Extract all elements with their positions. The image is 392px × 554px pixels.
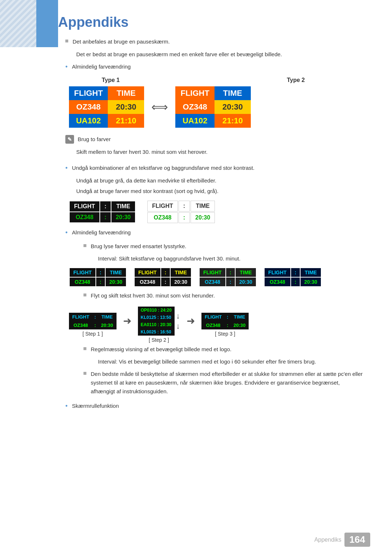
table-row: OP0310 : 24:20 xyxy=(138,307,175,314)
bullet2-text: Undgå kombinationer af en tekstfarve og … xyxy=(72,164,254,172)
table-row: FLIGHT : TIME xyxy=(201,313,249,321)
note-text: Skift mellem to farver hvert 30. minut s… xyxy=(76,149,208,155)
cv-table-1: FLIGHT : TIME OZ348 : 20:30 xyxy=(69,267,127,287)
para2-sub2: Undgå at bruge farver med stor kontrast … xyxy=(76,188,219,194)
table-row: FLIGHT : TIME xyxy=(69,313,117,321)
step2-arrows: ↓ ↓ xyxy=(176,311,180,331)
sub-square-3 xyxy=(83,347,86,350)
hc-2030: 20:30 xyxy=(111,212,135,222)
sub-bullet-3-2-block: Interval: Skift tekstfarve og baggrundsf… xyxy=(98,254,363,263)
cell-ua102-t1: UA102 xyxy=(69,114,108,128)
s3-time: 20:30 xyxy=(230,321,249,329)
sub-bullet-3-3-row: Flyt og skift tekst hvert 30. minut som … xyxy=(83,291,363,302)
s2-r3: EA0110 : 20:30 xyxy=(138,321,175,328)
page-container: Appendiks Det anbefales at bruge en paus… xyxy=(0,0,392,554)
step2-middle: OP0310 : 24:20 KL0125 : 13:50 EA0110 : 2… xyxy=(138,307,180,336)
header-time-t1: TIME xyxy=(108,86,144,100)
table-row: FLIGHT : TIME xyxy=(135,268,191,277)
hcw-2030: 20:30 xyxy=(191,212,215,223)
table-row: FLIGHT : TIME xyxy=(265,268,321,277)
cv3-h2: TIME xyxy=(236,268,256,277)
note-text-block: Skift mellem to farver hvert 30. minut s… xyxy=(76,148,363,156)
s3-h2: TIME xyxy=(230,313,249,321)
s3-sep2: : xyxy=(225,321,230,329)
table-row: KL0125 : 13:50 xyxy=(138,314,175,321)
cv1-h2: TIME xyxy=(106,268,126,277)
table-row: OZ348 : 20:30 xyxy=(69,321,117,329)
cv3-time: 20:30 xyxy=(236,278,256,286)
cell-oz348-t2: OZ348 xyxy=(175,100,214,114)
cv1-oz: OZ348 xyxy=(70,278,95,286)
cell-2110-t1: 21:10 xyxy=(108,114,144,128)
hcw-header-time: TIME xyxy=(191,201,215,212)
cv2-sep2: : xyxy=(161,278,170,286)
note-icon: ✎ xyxy=(65,135,74,144)
step3-label: [ Step 3 ] xyxy=(215,331,235,337)
table-row: OZ348 20:30 xyxy=(175,100,250,114)
bullet-item-5: • Skærmrullefunktion xyxy=(65,402,363,413)
note-row: ✎ Brug to farver xyxy=(65,135,363,146)
table-row: UA102 21:10 xyxy=(175,114,250,128)
step2-arrow-down1: ↓ xyxy=(176,311,180,321)
hc-table-2: FLIGHT : TIME OZ348 : 20:30 xyxy=(147,200,216,224)
bullet-item-1: Det anbefales at bruge en pauseskærm. xyxy=(65,37,363,48)
cv4-h2: TIME xyxy=(301,268,321,277)
bullet3-text: Almindelig farveændring xyxy=(72,228,131,237)
s1-h2: TIME xyxy=(98,313,116,321)
page-number: 164 xyxy=(344,533,370,547)
footer-label: Appendiks xyxy=(314,537,342,543)
step1-label: [ Step 1 ] xyxy=(82,331,103,337)
cv3-oz: OZ348 xyxy=(200,278,225,286)
bullet-square-1 xyxy=(65,40,68,42)
bullet-dot-2: • xyxy=(65,164,68,172)
sub-bullet-3-4-row: Regelmæssig visning af et bevægeligt bil… xyxy=(83,345,363,356)
step3-col: FLIGHT : TIME OZ348 : 20:30 [ Step 3 ] xyxy=(201,313,249,337)
step2-arrow-down2: ↓ xyxy=(176,321,180,331)
cv2-time: 20:30 xyxy=(171,278,191,286)
header-flight-t2: FLIGHT xyxy=(175,86,214,100)
flight-table-type1: FLIGHT TIME OZ348 20:30 UA102 21:10 xyxy=(69,86,144,128)
hc-header-sep: : xyxy=(100,201,111,212)
sub-bullet-3-1: Brug lyse farver med ensartet lysstyrke. xyxy=(91,242,186,251)
step2-table: OP0310 : 24:20 KL0125 : 13:50 EA0110 : 2… xyxy=(138,307,175,336)
cell-2030-t2: 20:30 xyxy=(215,100,251,114)
cv4-oz: OZ348 xyxy=(265,278,290,286)
cv3-h1: FLIGHT xyxy=(200,268,225,277)
cv1-time: 20:30 xyxy=(106,278,126,286)
hcw-oz348: OZ348 xyxy=(147,212,178,223)
para2-sub2-block: Undgå at bruge farver med stor kontrast … xyxy=(76,187,363,196)
cv2-h1: FLIGHT xyxy=(135,268,160,277)
table-row: OZ348 : 20:30 xyxy=(70,212,135,222)
cv-table-3: FLIGHT : TIME OZ348 : 20:30 xyxy=(199,267,257,287)
cv-table-4: FLIGHT : TIME OZ348 : 20:30 xyxy=(264,267,322,287)
sub-square-4 xyxy=(83,372,86,375)
hc-sep2: : xyxy=(100,212,111,222)
hcw-header-sep: : xyxy=(179,201,190,212)
step1-table: FLIGHT : TIME OZ348 : 20:30 xyxy=(69,313,117,329)
para2-sub1: Undgå at bruge grå, da dette kan medvirk… xyxy=(76,177,216,184)
table-row: OZ348 : 20:30 xyxy=(201,321,249,329)
sub-bullet-3-1-row: Brug lyse farver med ensartet lysstyrke. xyxy=(83,242,363,253)
s1-sep2: : xyxy=(93,321,98,329)
sub-bullet-3-4-text: Interval: Vis et bevægeligt billede samm… xyxy=(98,358,316,365)
contrast-tables-row: FLIGHT : TIME OZ348 : 20:30 FLIGHT : TIM… xyxy=(69,200,363,224)
sub-square-2 xyxy=(83,294,86,296)
table-row: KL0025 : 16:50 xyxy=(138,328,175,336)
page-title: Appendiks xyxy=(58,15,363,30)
cv3-sep1: : xyxy=(226,268,235,277)
s3-sep: : xyxy=(225,313,230,321)
bullet-dot-4: • xyxy=(65,402,68,410)
step3-table: FLIGHT : TIME OZ348 : 20:30 xyxy=(201,313,249,329)
table-row: FLIGHT : TIME xyxy=(200,268,256,277)
table-row: FLIGHT : TIME xyxy=(147,201,215,212)
bullet-item-3: • Undgå kombinationer af en tekstfarve o… xyxy=(65,164,363,175)
step2-label: [ Step 2 ] xyxy=(149,337,169,343)
color-variants-row: FLIGHT : TIME OZ348 : 20:30 FLIGHT : TIM… xyxy=(69,267,363,287)
sub-bullet-3-5-row: Den bedste måde til beskyttelse af skærm… xyxy=(83,370,363,398)
cv2-h2: TIME xyxy=(171,268,191,277)
type1-label: Type 1 xyxy=(69,77,152,83)
cv4-h1: FLIGHT xyxy=(265,268,290,277)
step2-col: OP0310 : 24:20 KL0125 : 13:50 EA0110 : 2… xyxy=(138,307,180,343)
sub-square-1 xyxy=(83,244,86,247)
sub-bullet-3-2: Interval: Skift tekstfarve og baggrundsf… xyxy=(98,255,241,262)
